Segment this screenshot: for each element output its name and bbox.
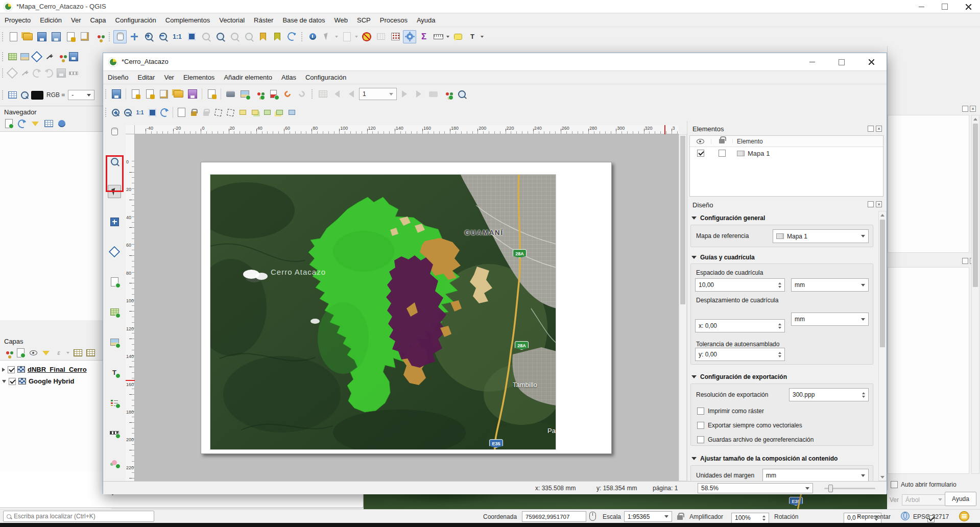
- section-guias-cuadricula[interactable]: Guías y cuadrícula: [691, 254, 755, 261]
- vertex-tool-icon[interactable]: [68, 67, 79, 79]
- refresh-browser-icon[interactable]: [16, 118, 28, 129]
- rgb-combo[interactable]: -: [68, 90, 94, 100]
- symbology-icon[interactable]: [56, 51, 67, 62]
- main-menu-item[interactable]: Configuración: [111, 14, 161, 26]
- main-menu-item[interactable]: Ayuda: [412, 14, 440, 26]
- zoom-full-icon[interactable]: [185, 30, 198, 43]
- new-bookmark-icon[interactable]: [256, 30, 270, 43]
- add-group-icon[interactable]: [15, 347, 26, 358]
- atlas-settings-icon[interactable]: [316, 87, 329, 101]
- atlas-page-combo[interactable]: 1: [359, 88, 397, 100]
- lock-scale-icon[interactable]: [677, 513, 683, 520]
- add-legend-icon[interactable]: [108, 396, 121, 409]
- zoom-last-icon[interactable]: [228, 30, 241, 43]
- new-shapefile-icon[interactable]: [43, 51, 55, 62]
- coordenada-input[interactable]: 759692,9951707: [522, 511, 586, 522]
- main-menu-item[interactable]: Capa: [85, 14, 110, 26]
- new-report-icon[interactable]: [205, 87, 218, 101]
- locator-search[interactable]: [3, 511, 154, 522]
- georreferenciacion-checkbox[interactable]: [697, 436, 704, 443]
- save-edits-icon[interactable]: [68, 51, 79, 62]
- duplicate-layout-icon[interactable]: [143, 87, 156, 101]
- deselect-features-icon[interactable]: [340, 30, 353, 43]
- main-menu-item[interactable]: Ver: [66, 14, 86, 26]
- layout-close-button[interactable]: [859, 53, 883, 71]
- pan-map-icon[interactable]: [113, 30, 127, 43]
- scp-bandset-icon[interactable]: [7, 89, 18, 101]
- zoom-full-icon[interactable]: [147, 107, 158, 118]
- redo-edit-icon[interactable]: [43, 67, 55, 79]
- layout-menu-item[interactable]: Elementos: [179, 71, 219, 83]
- layout-manager-icon[interactable]: [157, 87, 171, 101]
- expression-dropdown[interactable]: [66, 352, 69, 354]
- save-project-icon[interactable]: [35, 30, 49, 43]
- section-ajustar-tamano[interactable]: Ajustar tamaño de la composición al cont…: [691, 455, 838, 462]
- resize-items-icon[interactable]: [286, 107, 297, 118]
- deselect-dropdown[interactable]: [355, 36, 358, 38]
- new-project-icon[interactable]: [7, 30, 20, 43]
- map-tips-icon[interactable]: [451, 30, 465, 43]
- add-label-icon[interactable]: T: [108, 366, 121, 379]
- layout-maximize-button[interactable]: [830, 53, 853, 71]
- add-shape-icon[interactable]: [108, 456, 121, 469]
- export-svg-icon[interactable]: [252, 87, 266, 101]
- desplazamiento-unit-combo[interactable]: mm: [791, 313, 869, 326]
- filter-legend-icon[interactable]: [40, 347, 52, 358]
- undo-icon[interactable]: [281, 87, 294, 101]
- panel-float-icon[interactable]: [962, 258, 968, 264]
- extent-mouse-icon[interactable]: [589, 512, 596, 521]
- panel-float-icon[interactable]: [868, 201, 874, 207]
- zoom-to-selection-icon[interactable]: [199, 30, 212, 43]
- panel-close-icon[interactable]: ✕: [876, 126, 882, 132]
- main-menu-item[interactable]: Web: [330, 14, 353, 26]
- main-menu-item[interactable]: Edición: [35, 14, 66, 26]
- element-row-mapa-1[interactable]: Mapa 1: [690, 147, 883, 159]
- annotation-dropdown[interactable]: [481, 36, 484, 38]
- add-map-icon[interactable]: [108, 305, 121, 319]
- move-item-content-icon[interactable]: [108, 215, 121, 228]
- canvas-scrollbar[interactable]: [679, 134, 687, 481]
- panel-close-icon[interactable]: ✕: [876, 201, 882, 207]
- auto-open-form-checkbox[interactable]: [891, 481, 898, 488]
- open-template-icon[interactable]: [172, 87, 185, 101]
- collapse-all-icon[interactable]: [85, 347, 96, 358]
- desplazamiento-x-spin[interactable]: x: 0,00: [695, 319, 785, 332]
- filter-browser-icon[interactable]: [30, 118, 41, 129]
- main-menu-item[interactable]: Ráster: [249, 14, 278, 26]
- expand-icon[interactable]: [2, 368, 5, 372]
- layout-menu-item[interactable]: Diseño: [103, 71, 133, 83]
- measure-dropdown[interactable]: [446, 36, 449, 38]
- main-menu-item[interactable]: Vectorial: [214, 14, 249, 26]
- layer-visibility-checkbox[interactable]: [8, 366, 15, 373]
- add-scalebar-icon[interactable]: [108, 426, 121, 439]
- section-configuracion-general[interactable]: Configuración general: [691, 214, 765, 222]
- show-bookmarks-icon[interactable]: [271, 30, 284, 43]
- panel-close-icon[interactable]: ✕: [970, 106, 976, 112]
- add-raster-layer-icon[interactable]: [19, 51, 30, 62]
- new-layout-icon[interactable]: [129, 87, 142, 101]
- locator-input[interactable]: [14, 513, 136, 520]
- toggle-editing-icon[interactable]: [7, 67, 18, 79]
- imprimir-raster-checkbox[interactable]: [697, 408, 704, 415]
- collapse-tree-icon[interactable]: [43, 118, 54, 129]
- zoom-level-combo[interactable]: 58.5%: [698, 483, 813, 493]
- layer-name[interactable]: dNBR_Final_Cerro: [28, 366, 87, 373]
- pan-to-selection-icon[interactable]: [128, 30, 141, 43]
- zoom-actual-icon[interactable]: 1:1: [134, 107, 146, 118]
- escala-combo[interactable]: 1:95365: [624, 511, 672, 522]
- zoom-in-icon[interactable]: [142, 30, 155, 43]
- add-selected-layer-icon[interactable]: [3, 118, 14, 129]
- show-sum-icon[interactable]: Σ: [417, 30, 431, 43]
- style-manager-icon[interactable]: [92, 30, 106, 43]
- pan-layout-icon[interactable]: [108, 125, 121, 138]
- select-next-below-icon[interactable]: [212, 107, 224, 118]
- save-layer-edits-icon[interactable]: [56, 67, 67, 79]
- lock-items-icon[interactable]: [188, 107, 199, 118]
- atlas-prev-icon[interactable]: [345, 87, 358, 101]
- export-atlas-pdf-icon[interactable]: [441, 87, 454, 101]
- mapa-referencia-combo[interactable]: Mapa 1: [773, 229, 869, 243]
- open-layer-styling-icon[interactable]: [2, 347, 13, 358]
- unlock-items-icon[interactable]: [200, 107, 211, 118]
- layout-menu-item[interactable]: Configuración: [301, 71, 351, 83]
- refresh-map-icon[interactable]: [285, 30, 298, 43]
